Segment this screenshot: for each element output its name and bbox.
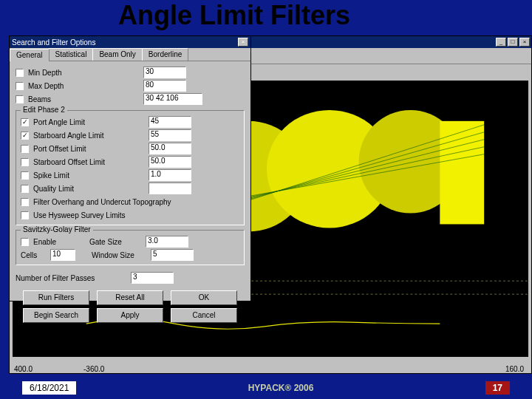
- search-filter-dialog: Search and Filter Options × General Stat…: [9, 35, 251, 301]
- port-angle-input[interactable]: 45: [149, 116, 191, 128]
- edit-phase2-legend: Edit Phase 2: [21, 106, 67, 114]
- close-button[interactable]: ×: [519, 38, 530, 47]
- min-depth-checkbox[interactable]: [16, 69, 24, 77]
- stbd-angle-input[interactable]: 55: [149, 129, 191, 141]
- stbd-offset-input[interactable]: 50.0: [149, 156, 191, 168]
- overhang-checkbox[interactable]: [21, 198, 29, 206]
- reset-all-button[interactable]: Reset All: [97, 290, 163, 305]
- cells-label: Cells: [21, 251, 46, 259]
- maximize-button[interactable]: □: [508, 38, 518, 47]
- port-angle-label: Port Angle Limit: [33, 118, 144, 126]
- sg-enable-label: Enable: [33, 238, 85, 246]
- stbd-offset-checkbox[interactable]: [21, 158, 29, 166]
- edit-phase2-group: Edit Phase 2 ✓Port Angle Limit45 ✓Starbo…: [16, 110, 245, 225]
- port-offset-checkbox[interactable]: [21, 145, 29, 153]
- quality-input[interactable]: [149, 183, 191, 194]
- hysweep-checkbox[interactable]: [21, 211, 29, 219]
- footer-page: 17: [485, 381, 510, 395]
- window-size-input[interactable]: 5: [151, 249, 194, 261]
- beams-input[interactable]: 30 42 106: [143, 93, 202, 105]
- axis-x-left: -360.0: [83, 365, 104, 373]
- cancel-button[interactable]: Cancel: [171, 308, 237, 323]
- dialog-titlebar[interactable]: Search and Filter Options ×: [10, 36, 250, 48]
- spike-input[interactable]: 1.0: [149, 169, 191, 181]
- max-depth-checkbox[interactable]: [16, 82, 24, 90]
- beams-label: Beams: [28, 95, 139, 103]
- run-filters-button[interactable]: Run Filters: [23, 290, 89, 305]
- svg-rect-7: [440, 121, 484, 225]
- gate-size-label: Gate Size: [89, 238, 141, 246]
- tab-beamonly[interactable]: Beam Only: [92, 48, 142, 61]
- passes-label: Number of Filter Passes: [16, 274, 126, 282]
- max-depth-input[interactable]: 80: [143, 80, 186, 92]
- quality-label: Quality Limit: [33, 185, 144, 193]
- quality-checkbox[interactable]: [21, 185, 29, 193]
- spike-label: Spike Limit: [33, 171, 144, 180]
- tab-statistical[interactable]: Statistical: [49, 48, 94, 61]
- hysweep-label: Use Hysweep Survey Limits: [33, 211, 239, 219]
- stbd-angle-label: Starboard Angle Limit: [33, 132, 144, 140]
- axis-x-right: 160.0: [505, 365, 524, 373]
- axis-y-bottom: 400.0: [14, 365, 33, 373]
- tab-general[interactable]: General: [10, 49, 50, 61]
- minimize-button[interactable]: _: [496, 38, 506, 47]
- ok-button[interactable]: OK: [171, 290, 237, 305]
- sg-enable-checkbox[interactable]: [21, 238, 29, 246]
- slide-footer: 6/18/2021 HYPACK® 2006 17: [0, 381, 532, 395]
- slide-title: Angle Limit Filters: [118, 0, 350, 31]
- gate-size-input[interactable]: 3.0: [146, 236, 188, 248]
- stbd-angle-checkbox[interactable]: ✓: [21, 132, 29, 140]
- port-angle-checkbox[interactable]: ✓: [21, 118, 29, 126]
- port-offset-label: Port Offset Limit: [33, 145, 144, 153]
- min-depth-input[interactable]: 30: [143, 66, 186, 78]
- spike-checkbox[interactable]: [21, 171, 29, 180]
- beams-checkbox[interactable]: [16, 95, 24, 103]
- begin-search-button[interactable]: Begin Search: [23, 308, 89, 323]
- footer-date: 6/18/2021: [22, 381, 76, 395]
- port-offset-input[interactable]: 50.0: [149, 143, 191, 154]
- min-depth-label: Min Depth: [28, 69, 139, 77]
- dialog-tabs: General Statistical Beam Only Borderline: [10, 48, 250, 61]
- overhang-label: Filter Overhang and Undercut Topography: [33, 198, 239, 206]
- sg-filter-legend: Savitzky-Golay Filter: [21, 225, 93, 233]
- dialog-close-button[interactable]: ×: [238, 38, 248, 47]
- max-depth-label: Max Depth: [28, 82, 139, 90]
- stbd-offset-label: Starboard Offset Limit: [33, 158, 144, 166]
- sg-filter-group: Savitzky-Golay Filter Enable Gate Size 3…: [16, 230, 245, 265]
- footer-product: HYPACK® 2006: [248, 383, 314, 393]
- cells-input[interactable]: 10: [50, 249, 75, 261]
- dialog-body: Min Depth30 Max Depth80 Beams30 42 106 E…: [10, 61, 250, 327]
- apply-button[interactable]: Apply: [97, 308, 163, 323]
- window-size-label: Window Size: [92, 251, 146, 259]
- tab-borderline[interactable]: Borderline: [142, 48, 189, 61]
- dialog-title: Search and Filter Options: [12, 38, 95, 47]
- passes-input[interactable]: 3: [131, 272, 174, 284]
